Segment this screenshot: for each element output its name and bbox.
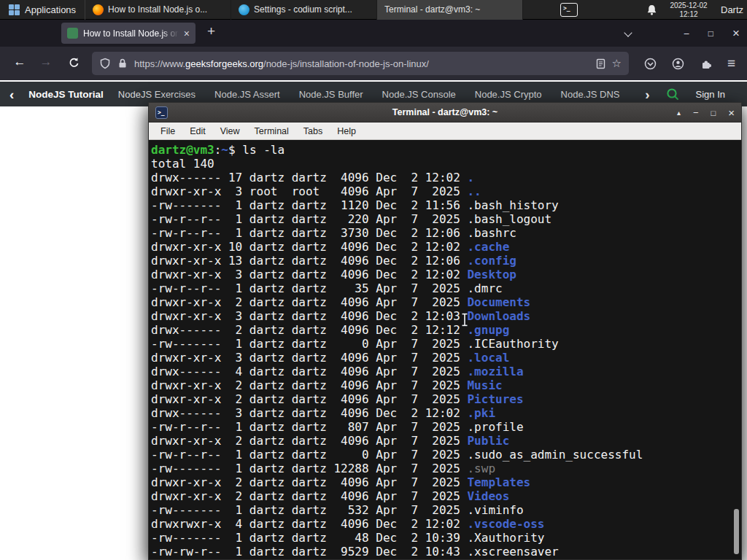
reload-button[interactable] <box>63 57 85 72</box>
file-listing-details: drwx------ 4 dartz dartz 4096 Apr 7 2025 <box>151 365 467 378</box>
search-icon[interactable] <box>666 88 680 101</box>
file-name: .bashrc <box>467 226 516 240</box>
terminal-output-row: -rw-r--r-- 1 dartz dartz 0 Apr 7 2025 .s… <box>151 448 741 462</box>
file-listing-details: -rw------- 1 dartz dartz 48 Dec 2 10:39 <box>151 531 467 545</box>
terminal-output-row: -rw-rw-r-- 1 dartz dartz 9529 Dec 2 10:4… <box>151 545 741 559</box>
site-nav-link[interactable]: Node.JS DNS <box>561 89 620 100</box>
lock-icon[interactable] <box>117 58 128 69</box>
file-name: .gnupg <box>467 323 509 337</box>
file-name: . <box>467 171 474 184</box>
site-nav-link[interactable]: Node.JS Console <box>382 89 456 100</box>
file-listing-details: -rw------- 1 dartz dartz 1120 Dec 2 11:5… <box>151 198 467 212</box>
file-listing-details: drwx------ 17 dartz dartz 4096 Dec 2 12:… <box>151 171 467 184</box>
file-listing-details: drwxrwxr-x 4 dartz dartz 4096 Dec 2 12:0… <box>151 517 467 531</box>
file-name: Music <box>467 378 502 392</box>
terminal-menu-item[interactable]: Edit <box>182 126 213 136</box>
terminal-window-controls: ▴ − □ × <box>677 103 735 122</box>
taskbar-button[interactable]: Settings - codium script... <box>231 0 377 20</box>
browser-tab[interactable]: How to Install Node.js on × <box>61 23 196 44</box>
account-icon[interactable] <box>672 58 684 70</box>
terminal-scrollbar-thumb[interactable] <box>734 509 739 554</box>
prompt-colon: : <box>214 143 222 157</box>
url-text: https://www.geeksforgeeks.org/node-js/in… <box>134 58 589 69</box>
file-name: .config <box>467 254 516 268</box>
terminal-menu-item[interactable]: Tabs <box>296 126 330 136</box>
site-nav-link[interactable]: NodeJS Exercises <box>118 89 196 100</box>
sign-in-button[interactable]: Sign In <box>696 89 725 100</box>
file-name: Public <box>467 434 509 448</box>
hamburger-menu-icon[interactable]: ≡ <box>727 55 735 71</box>
site-nav-link[interactable]: Node.JS Buffer <box>299 89 363 100</box>
file-listing-details: drwxr-xr-x 3 root root 4096 Apr 7 2025 <box>151 184 467 198</box>
back-button[interactable]: ← <box>9 55 31 69</box>
taskbar-button-label: Settings - codium script... <box>254 4 369 15</box>
terminal-output-row: drwx------ 2 dartz dartz 4096 Dec 2 12:1… <box>151 323 741 337</box>
terminal-output-row: -rw-r--r-- 1 dartz dartz 807 Apr 7 2025 … <box>151 420 741 434</box>
terminal-menu-item[interactable]: Terminal <box>247 126 296 136</box>
file-listing-details: -rw-r--r-- 1 dartz dartz 0 Apr 7 2025 <box>151 448 467 462</box>
terminal-prompt-line: dartz@vm3:~$ ls -la <box>151 143 741 157</box>
file-listing-details: -rw-r--r-- 1 dartz dartz 807 Apr 7 2025 <box>151 420 467 434</box>
terminal-output-row: drwx------ 3 dartz dartz 4096 Dec 2 12:0… <box>151 406 741 420</box>
url-scheme: https://www. <box>134 58 185 69</box>
terminal-output-row: drwxr-xr-x 2 dartz dartz 4096 Apr 7 2025… <box>151 489 741 503</box>
site-nav-link[interactable]: Node.JS Crypto <box>475 89 542 100</box>
panel-username: Dartz <box>721 4 743 15</box>
terminal-output-row: drwxr-xr-x 2 dartz dartz 4096 Apr 7 2025… <box>151 295 741 309</box>
file-listing-details: -rw-r--r-- 1 dartz dartz 35 Apr 7 2025 <box>151 281 467 295</box>
tracking-shield-icon[interactable] <box>99 58 111 69</box>
new-tab-button[interactable]: + <box>207 23 215 39</box>
site-nav-links: NodeJS Exercises Node.JS Assert Node.JS … <box>118 89 622 100</box>
tab-favicon <box>67 28 78 39</box>
maximize-button[interactable]: □ <box>708 28 713 39</box>
terminal-output-row: drwxr-xr-x 13 dartz dartz 4096 Dec 2 12:… <box>151 254 741 268</box>
applications-menu-button[interactable]: Applications <box>0 0 85 19</box>
file-name: .cache <box>467 240 509 254</box>
url-bar[interactable]: https://www.geeksforgeeks.org/node-js/in… <box>92 52 629 75</box>
terminal-menu-item[interactable]: File <box>153 126 182 136</box>
terminal-menu-item[interactable]: View <box>213 126 247 136</box>
terminal-output-row: drwxr-xr-x 2 dartz dartz 4096 Apr 7 2025… <box>151 475 741 489</box>
nav-back-chevron-icon[interactable]: ‹ <box>9 88 14 101</box>
file-listing-details: -rw-r--r-- 1 dartz dartz 220 Apr 7 2025 <box>151 212 467 226</box>
terminal-output-row: drwxrwxr-x 4 dartz dartz 4096 Dec 2 12:0… <box>151 517 741 531</box>
nav-forward-chevron-icon[interactable]: › <box>645 88 649 101</box>
notification-bell-icon[interactable] <box>646 4 657 16</box>
list-all-tabs-icon[interactable] <box>624 28 632 36</box>
terminal-minimize-button[interactable]: − <box>693 107 699 118</box>
terminal-output-row: -rw-r--r-- 1 dartz dartz 35 Apr 7 2025 .… <box>151 281 741 295</box>
shade-button[interactable]: ▴ <box>677 109 681 117</box>
terminal-title-bar[interactable]: Terminal - dartz@vm3: ~ ▴ − □ × <box>149 103 741 122</box>
file-name: .pki <box>467 406 495 420</box>
browser-tab-bar: How to Install Node.js on × + − □ × <box>0 20 747 47</box>
pocket-icon[interactable] <box>644 58 657 70</box>
terminal-close-button[interactable]: × <box>728 106 735 119</box>
file-name: Pictures <box>467 392 523 406</box>
taskbar-button[interactable]: Terminal - dartz@vm3: ~ <box>377 0 523 20</box>
file-listing-details: drwxr-xr-x 2 dartz dartz 4096 Apr 7 2025 <box>151 295 467 309</box>
typed-command: ls -la <box>242 143 285 157</box>
terminal-output-row: drwxr-xr-x 3 dartz dartz 4096 Dec 2 12:0… <box>151 309 741 323</box>
terminal-menu-item[interactable]: Help <box>330 126 363 136</box>
minimize-button[interactable]: − <box>684 28 689 39</box>
file-listing-details: drwx------ 3 dartz dartz 4096 Dec 2 12:0… <box>151 406 467 420</box>
close-button[interactable]: × <box>732 26 740 41</box>
terminal-output-row: drwxr-xr-x 3 dartz dartz 4096 Apr 7 2025… <box>151 351 741 365</box>
terminal-content[interactable]: dartz@vm3:~$ ls -la total 140 drwx------… <box>149 140 741 559</box>
bookmark-star-icon[interactable]: ☆ <box>612 57 622 70</box>
terminal-maximize-button[interactable]: □ <box>711 109 716 117</box>
site-nav-link[interactable]: Node.JS Assert <box>214 89 280 100</box>
url-domain: geeksforgeeks.org <box>185 58 263 69</box>
applications-icon <box>9 4 20 15</box>
panel-clock[interactable]: 2025-12-02 12:12 <box>665 1 712 18</box>
terminal-output-row: drwxr-xr-x 2 dartz dartz 4096 Apr 7 2025… <box>151 392 741 406</box>
tray-terminal-icon[interactable] <box>560 3 578 17</box>
extensions-puzzle-icon[interactable] <box>700 58 712 70</box>
tab-close-icon[interactable]: × <box>184 28 190 39</box>
site-nav-primary-link[interactable]: NodeJS Tutorial <box>28 89 104 100</box>
file-listing-details: drwxr-xr-x 13 dartz dartz 4096 Dec 2 12:… <box>151 254 467 268</box>
taskbar-button[interactable]: How to Install Node.js o... <box>85 0 231 20</box>
taskbar-app-icon <box>93 4 104 15</box>
browser-window-controls: − □ × <box>684 20 740 47</box>
reader-view-icon[interactable] <box>595 58 606 69</box>
